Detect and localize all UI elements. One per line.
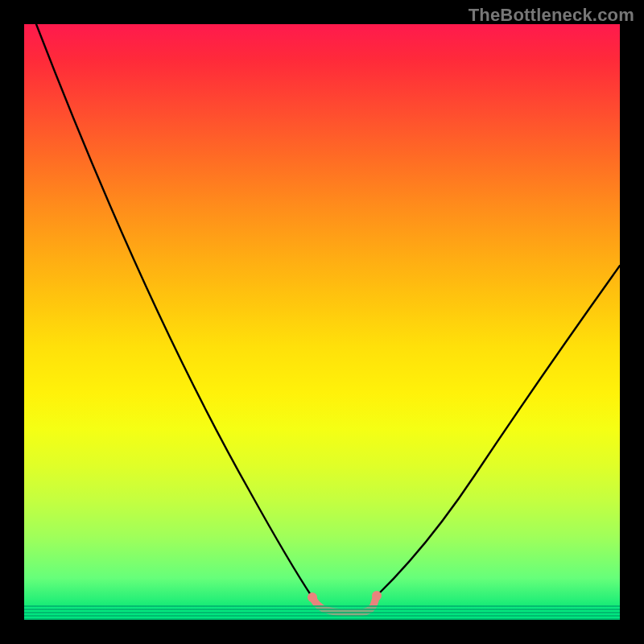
bottleneck-curve [24, 24, 620, 620]
valley-marker [312, 596, 377, 613]
chart-frame: TheBottleneck.com [0, 0, 644, 644]
svg-point-1 [372, 591, 382, 601]
svg-point-0 [308, 592, 317, 602]
watermark-text: TheBottleneck.com [469, 5, 634, 26]
plot-area [24, 24, 620, 620]
